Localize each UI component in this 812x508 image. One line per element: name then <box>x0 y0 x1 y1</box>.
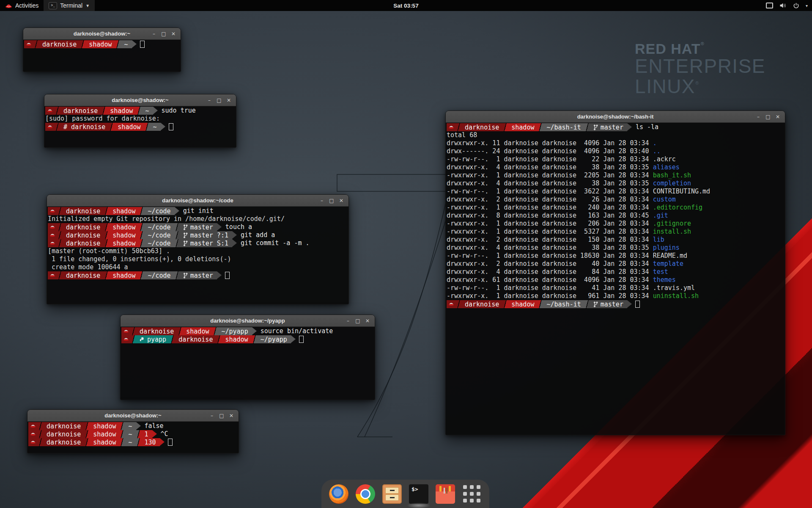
toolbox-icon <box>436 484 455 504</box>
file-name: themes <box>653 276 676 284</box>
prompt-segment: ~/code <box>144 223 174 231</box>
redhat-prompt-icon <box>24 40 34 48</box>
terminal-body[interactable]: darknoiseshadow~/codegit initInitialized… <box>47 207 348 304</box>
terminal-output-line: drwxrwxr-x. 4 darknoise darknoise 38 Jan… <box>447 244 784 252</box>
minimize-button[interactable]: – <box>208 413 215 419</box>
prompt-segment: master S:1 <box>179 239 232 247</box>
maximize-button[interactable]: □ <box>765 114 771 120</box>
close-button[interactable]: ✕ <box>338 198 345 204</box>
git-branch-icon <box>593 124 598 130</box>
titlebar[interactable]: darknoise@shadow:~–□✕ <box>23 28 181 40</box>
command-text: ls -la <box>636 123 658 131</box>
power-icon[interactable] <box>793 3 799 9</box>
terminal-output-line: drwxrwxr-x. 2 darknoise darknoise 26 Jan… <box>447 196 784 204</box>
terminal-output-line: total 68 <box>447 131 784 139</box>
minimize-button[interactable]: – <box>206 97 213 103</box>
maximize-button[interactable]: □ <box>328 198 335 204</box>
window-title: darknoise@shadow:~/pyapp <box>121 318 375 324</box>
prompt-segment: ~/code <box>144 239 174 247</box>
minimize-button[interactable]: – <box>755 114 762 120</box>
minimize-button[interactable]: – <box>318 198 325 204</box>
file-name: .. <box>653 147 661 155</box>
terminal-sudo[interactable]: darknoise@shadow:~–□✕darknoiseshadow~sud… <box>44 94 236 148</box>
terminal-output-line: drwxrwxr-x. 4 darknoise darknoise 38 Jan… <box>447 179 784 188</box>
segment-separator <box>213 327 217 335</box>
display-icon[interactable] <box>766 3 773 8</box>
prompt-arrow <box>627 300 632 308</box>
terminal-output-line: Initialized empty Git repository in /hom… <box>48 215 348 223</box>
dock-toolbox-icon[interactable] <box>436 484 455 504</box>
maximize-button[interactable]: □ <box>216 97 222 103</box>
redhat-prompt-icon <box>48 223 58 231</box>
close-button[interactable]: ✕ <box>364 318 371 324</box>
segment-separator <box>104 231 109 239</box>
close-button[interactable]: ✕ <box>170 31 177 37</box>
segment-separator <box>170 335 175 343</box>
terminal-prompt-line: darknoiseshadow~sudo true <box>45 107 235 115</box>
activities-button[interactable]: Activities <box>0 0 44 11</box>
file-name: .editorconfig <box>653 204 702 211</box>
close-button[interactable]: ✕ <box>774 114 781 120</box>
prompt-segment: shadow <box>114 123 144 131</box>
titlebar[interactable]: darknoise@shadow:~–□✕ <box>27 410 239 422</box>
dock-chrome-icon[interactable] <box>356 484 375 504</box>
titlebar[interactable]: darknoise@shadow:~/bash-it–□✕ <box>446 111 785 123</box>
close-button[interactable]: ✕ <box>225 97 232 103</box>
terminal-body[interactable]: darknoiseshadow~sudo true[sudo] password… <box>44 106 236 148</box>
prompt-segment: master <box>179 271 217 279</box>
segment-separator <box>109 123 114 131</box>
dock-terminal-icon[interactable] <box>409 484 428 504</box>
prompt-segment: darknoise <box>38 40 80 48</box>
terminal-pyapp[interactable]: darknoise@shadow:~/pyapp–□✕darknoiseshad… <box>120 315 375 400</box>
terminal-body[interactable]: darknoiseshadow~/pyappsource bin/activat… <box>121 327 375 400</box>
segment-separator <box>175 271 179 279</box>
window-title: darknoise@shadow:~ <box>27 412 239 419</box>
titlebar[interactable]: darknoise@shadow:~/code–□✕ <box>47 195 348 207</box>
maximize-button[interactable]: □ <box>218 413 225 419</box>
terminal-body[interactable]: darknoiseshadow~falsedarknoiseshadow~1^C… <box>27 422 239 453</box>
segment-separator <box>252 335 257 343</box>
terminal-body[interactable]: darknoiseshadow~ <box>23 40 181 72</box>
prompt-segment: ~/bash-it <box>543 300 584 308</box>
terminal-body[interactable]: darknoiseshadow~/bash-itmasterls -latota… <box>446 123 785 435</box>
titlebar[interactable]: darknoise@shadow:~–□✕ <box>44 94 236 106</box>
redhat-prompt-icon <box>45 107 55 115</box>
redhat-prompt-icon <box>48 239 58 247</box>
system-menu-chevron-icon[interactable]: ▾ <box>806 3 808 8</box>
segment-separator <box>175 231 179 239</box>
terminal-bash-it[interactable]: darknoise@shadow:~/bash-it–□✕darknoisesh… <box>445 110 785 435</box>
prompt-segment: shadow <box>109 231 139 239</box>
file-name: bash_it.sh <box>653 171 691 179</box>
python-venv-icon <box>140 337 145 342</box>
terminal-exit-codes[interactable]: darknoise@shadow:~–□✕darknoiseshadow~fal… <box>27 409 239 453</box>
app-grid-dots <box>463 485 467 489</box>
minimize-button[interactable]: – <box>345 318 351 324</box>
terminal-prompt-line: darknoiseshadow~1^C <box>28 430 238 438</box>
titlebar[interactable]: darknoise@shadow:~/pyapp–□✕ <box>121 315 375 327</box>
close-button[interactable]: ✕ <box>228 413 235 419</box>
window-buttons: –□✕ <box>151 31 181 37</box>
prompt-segment: darknoise <box>62 207 104 215</box>
prompt-segment: ~ <box>120 40 132 48</box>
maximize-button[interactable]: □ <box>160 31 167 37</box>
dock-firefox-icon[interactable] <box>329 484 348 504</box>
file-name: completion <box>653 179 691 187</box>
terminal-output-line: -rwxrwxr-x. 1 darknoise darknoise 206 Ja… <box>447 220 784 228</box>
terminal-output-line: drwxrwxr-x. 11 darknoise darknoise 4096 … <box>447 139 784 147</box>
volume-icon[interactable] <box>779 3 787 8</box>
prompt-segment: ~/pyapp <box>217 327 252 335</box>
maximize-button[interactable]: □ <box>354 318 361 324</box>
clock[interactable]: Sat 03:57 <box>393 3 418 9</box>
redhat-prompt-icon <box>45 123 55 131</box>
terminal-home-small[interactable]: darknoise@shadow:~–□✕darknoiseshadow~ <box>23 28 181 72</box>
running-indicator <box>407 502 431 508</box>
terminal-output-line: -rw-rw-r--. 1 darknoise darknoise 41 Jan… <box>447 284 784 292</box>
window-buttons: –□✕ <box>206 97 236 103</box>
minimize-button[interactable]: – <box>151 31 157 37</box>
terminal-cursor <box>635 301 640 308</box>
segment-separator <box>104 239 109 247</box>
dock-files-icon[interactable] <box>382 484 402 504</box>
dock-app-grid-icon[interactable] <box>462 484 482 504</box>
terminal-code-git[interactable]: darknoise@shadow:~/code–□✕darknoiseshado… <box>47 194 349 304</box>
app-menu-terminal[interactable]: Terminal ▼ <box>44 0 95 11</box>
